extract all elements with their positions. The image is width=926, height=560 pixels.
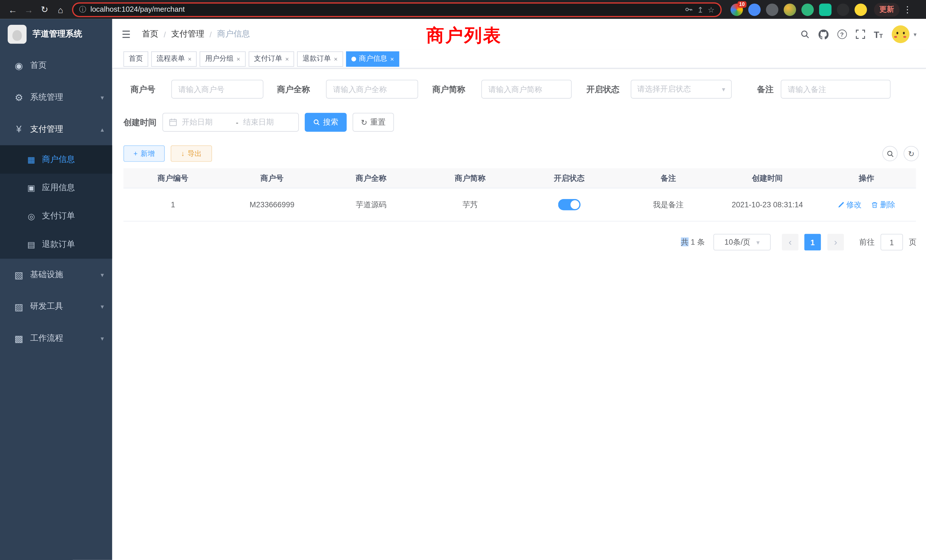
next-page-button[interactable]: ›	[828, 234, 844, 250]
extension-icon[interactable]	[837, 3, 849, 16]
merchant-table: 商户编号 商户号 商户全称 商户简称 开启状态 备注 创建时间 操作 1 M23…	[123, 168, 916, 221]
share-icon[interactable]: ↥	[697, 5, 704, 14]
status-select[interactable]: 请选择开启状态 ▾	[631, 80, 732, 98]
sidebar-item-infrastructure[interactable]: ▧ 基础设施 ▾	[0, 259, 112, 291]
sidebar-item-refund-order[interactable]: ▤ 退款订单	[0, 230, 112, 259]
tab-user-group[interactable]: 用户分组 ×	[200, 51, 245, 67]
sidebar-item-app-info[interactable]: ▣ 应用信息	[0, 174, 112, 202]
github-icon[interactable]	[818, 29, 828, 39]
tab-close-icon[interactable]: ×	[334, 55, 337, 62]
extension-icon[interactable]: 10	[731, 3, 743, 16]
browser-menu-icon[interactable]: ⋮	[903, 4, 912, 15]
sidebar-item-payment[interactable]: ¥ 支付管理 ▴	[0, 114, 112, 145]
extension-icon[interactable]	[855, 3, 867, 16]
tags-view-bar: 首页 流程表单 × 用户分组 × 支付订单 × 退款订单 ×	[112, 50, 926, 68]
current-page-button[interactable]: 1	[804, 234, 821, 250]
document-icon: ▤	[26, 240, 36, 249]
extension-icon[interactable]	[766, 3, 779, 16]
sidebar-item-home[interactable]: ◉ 首页	[0, 50, 112, 82]
breadcrumb-home[interactable]: 首页	[142, 29, 159, 39]
sidebar-collapse-icon[interactable]: ☰	[122, 28, 131, 41]
tab-close-icon[interactable]: ×	[188, 55, 192, 62]
table-header-row: 商户编号 商户号 商户全称 商户简称 开启状态 备注 创建时间 操作	[123, 168, 916, 188]
breadcrumb-payment[interactable]: 支付管理	[171, 29, 204, 39]
tab-refund-order[interactable]: 退款订单 ×	[297, 51, 343, 67]
url-text[interactable]: localhost:1024/pay/merchant	[90, 5, 681, 14]
create-time-label: 创建时间	[123, 113, 156, 132]
plus-icon: +	[133, 150, 138, 158]
page-content: 商户号 商户全称 商户简称 开启状态 请选择开启状态 ▾ 备注 创建时间	[112, 68, 926, 560]
grid-icon: ▣	[26, 183, 36, 192]
avatar-caret-icon[interactable]: ▾	[914, 31, 916, 38]
chrome-update-button[interactable]: 更新	[874, 3, 899, 16]
sidebar-item-pay-order[interactable]: ◎ 支付订单	[0, 202, 112, 230]
navbar-actions: ? TT ▾	[800, 26, 917, 43]
table-header: 商户号	[222, 173, 321, 183]
create-time-range-picker[interactable]: 开始日期 - 结束日期	[162, 113, 299, 132]
tab-merchant-info[interactable]: 商户信息 ×	[346, 51, 399, 67]
back-icon[interactable]: ←	[5, 2, 21, 17]
full-name-input[interactable]	[326, 80, 418, 98]
extension-icon[interactable]	[784, 3, 796, 16]
date-end-placeholder[interactable]: 结束日期	[243, 117, 292, 127]
password-key-icon[interactable]	[685, 5, 693, 14]
breadcrumb-separator: /	[210, 30, 212, 39]
sidebar-item-devtools[interactable]: ▨ 研发工具 ▾	[0, 291, 112, 322]
refresh-table-button[interactable]: ↻	[903, 146, 919, 161]
fullscreen-icon[interactable]	[856, 30, 865, 39]
top-navbar: ☰ 首页 / 支付管理 / 商户信息 商户列表 ?	[112, 19, 926, 50]
table-header: 备注	[619, 173, 717, 183]
sidebar-item-merchant-info[interactable]: ▦ 商户信息	[0, 145, 112, 174]
logo-title: 芋道管理系统	[32, 29, 82, 39]
export-button[interactable]: ↓ 导出	[171, 145, 212, 162]
font-size-icon[interactable]: TT	[874, 30, 883, 39]
reset-button[interactable]: ↻ 重置	[353, 113, 394, 132]
date-start-placeholder[interactable]: 开始日期	[182, 117, 231, 127]
address-bar[interactable]: ⓘ localhost:1024/pay/merchant ↥ ☆	[72, 2, 722, 17]
page-size-select[interactable]: 10条/页 ▾	[713, 234, 771, 250]
status-toggle[interactable]	[558, 199, 581, 210]
site-info-icon[interactable]: ⓘ	[79, 5, 86, 15]
forward-icon[interactable]: →	[21, 2, 37, 17]
tab-home[interactable]: 首页	[123, 51, 148, 67]
extension-icon[interactable]	[748, 3, 761, 16]
goto-page-input[interactable]	[881, 234, 903, 250]
breadcrumb-current: 商户信息	[217, 29, 250, 39]
add-button[interactable]: + 新增	[123, 145, 165, 162]
extension-icon[interactable]	[801, 3, 814, 16]
sidebar-item-system[interactable]: ⚙ 系统管理 ▾	[0, 82, 112, 114]
tab-process-form[interactable]: 流程表单 ×	[151, 51, 197, 67]
goto-label: 前往	[859, 234, 875, 250]
user-avatar[interactable]	[892, 26, 909, 43]
remark-input[interactable]	[781, 80, 890, 98]
chevron-down-icon: ▾	[757, 238, 760, 246]
tab-close-icon[interactable]: ×	[285, 55, 289, 62]
toggle-search-button[interactable]	[882, 146, 898, 161]
calendar-icon	[169, 118, 177, 126]
active-tab-dot	[351, 56, 356, 61]
table-header: 商户编号	[123, 173, 222, 183]
payment-submenu: ▦ 商户信息 ▣ 应用信息 ◎ 支付订单 ▤ 退款订单	[0, 145, 112, 259]
extension-icon[interactable]	[819, 3, 832, 16]
bookmark-star-icon[interactable]: ☆	[708, 5, 714, 14]
tab-close-icon[interactable]: ×	[236, 55, 240, 62]
help-icon[interactable]: ?	[837, 30, 847, 39]
edit-link[interactable]: 修改	[838, 199, 862, 210]
extension-badge: 10	[737, 1, 746, 8]
sidebar-item-label: 研发工具	[30, 301, 101, 312]
sidebar-item-workflow[interactable]: ▩ 工作流程 ▾	[0, 322, 112, 354]
reload-icon[interactable]: ↻	[36, 2, 53, 17]
home-icon[interactable]: ⌂	[53, 2, 68, 17]
search-button[interactable]: 搜索	[305, 113, 346, 132]
tab-close-icon[interactable]: ×	[390, 55, 394, 62]
merchant-no-input[interactable]	[171, 80, 263, 98]
short-name-input[interactable]	[481, 80, 572, 98]
pagination-total: 共 1 条	[681, 234, 705, 250]
search-icon[interactable]	[800, 30, 809, 39]
full-name-label: 商户全称	[277, 80, 310, 98]
red-annotation-title: 商户列表	[427, 24, 502, 48]
sidebar-item-label: 基础设施	[30, 269, 101, 280]
prev-page-button[interactable]: ‹	[782, 234, 799, 250]
delete-link[interactable]: 删除	[871, 199, 896, 210]
tab-pay-order[interactable]: 支付订单 ×	[249, 51, 294, 67]
